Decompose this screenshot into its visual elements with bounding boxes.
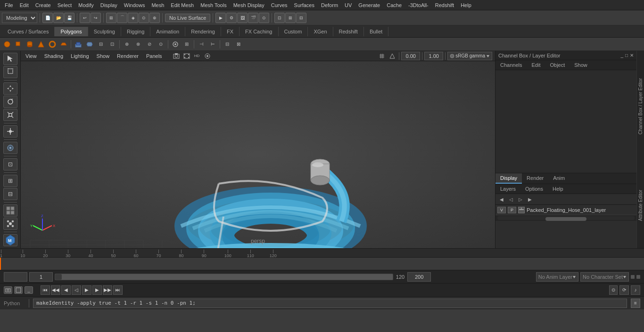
resolution-icon[interactable]: HD [192, 51, 202, 61]
symmetry-button[interactable]: ⊢ [207, 39, 218, 49]
layer-next-button[interactable]: ▷ [516, 195, 525, 203]
fill-hole-button[interactable]: ⊡ [107, 39, 117, 49]
menu-display[interactable]: Display [98, 1, 120, 9]
tab-animation[interactable]: Animation [150, 27, 185, 36]
merge-button[interactable]: ⊕ [122, 39, 132, 49]
wc-frame-button[interactable] [14, 286, 23, 294]
next-key-button[interactable]: ▶ [92, 285, 102, 295]
tab-rendering[interactable]: Rendering [185, 27, 221, 36]
layer-playback-button[interactable]: P [508, 207, 516, 213]
menu-mesh-display[interactable]: Mesh Display [231, 1, 267, 9]
scale-input[interactable]: 1.00 [424, 52, 443, 60]
layer-prev2-button[interactable]: ◁ [507, 195, 515, 203]
bridge-button[interactable]: ⊟ [96, 39, 106, 49]
tab-xgen[interactable]: XGen [308, 27, 333, 36]
sphere-tool-button[interactable] [2, 39, 12, 49]
layer-visible-button[interactable]: V [497, 207, 506, 213]
show-hud-button[interactable]: ⊟ [3, 188, 17, 200]
select-tool-button[interactable] [3, 53, 17, 65]
frame-slider-thumb[interactable] [55, 274, 62, 280]
char-options-button[interactable] [636, 275, 640, 279]
open-file-button[interactable]: 📂 [53, 13, 64, 23]
smooth-button[interactable] [170, 39, 181, 49]
tab-layers[interactable]: Layers [495, 184, 520, 194]
tab-sculpting[interactable]: Sculpting [88, 27, 121, 36]
panel-minimize-button[interactable]: _ [620, 53, 623, 58]
layer-scroll-thumb[interactable] [545, 217, 586, 221]
universal-manip-button[interactable] [3, 125, 17, 138]
anim-options-button[interactable] [631, 275, 635, 279]
viewport-menu-renderer[interactable]: Renderer [115, 52, 140, 60]
rotation-input[interactable]: 0.00 [401, 52, 420, 60]
viewport-menu-shading[interactable]: Shading [42, 52, 65, 60]
uv-layout-button[interactable]: ⊠ [233, 39, 244, 49]
play-back-button[interactable]: ◁ [72, 285, 81, 295]
snap-live-button[interactable]: ⊕ [149, 13, 160, 23]
tab-edit[interactable]: Edit [527, 60, 545, 70]
layout-3-button[interactable]: ⊟ [296, 13, 306, 23]
layout-2-button[interactable]: ⊞ [285, 13, 296, 23]
layout-1-button[interactable]: ⊡ [274, 13, 285, 23]
menu-help[interactable]: Help [458, 1, 474, 9]
wc-minimize-button[interactable]: _ [25, 286, 33, 294]
go-to-end-button[interactable]: ⏭ [113, 285, 123, 295]
cone-tool-button[interactable] [36, 39, 46, 49]
viewport-menu-show[interactable]: Show [95, 52, 112, 60]
tab-show[interactable]: Show [570, 60, 592, 70]
color-space-button[interactable]: sRGB gamma [447, 52, 492, 60]
snap-to-view-button[interactable]: ⊙ [139, 13, 149, 23]
prev-frame-button[interactable]: ◀◀ [51, 285, 60, 295]
tab-rigging[interactable]: Rigging [121, 27, 150, 36]
layer-scrollbar[interactable] [495, 215, 636, 221]
current-frame-field[interactable]: 1 [29, 272, 53, 282]
menu-3dto[interactable]: -3DtoAll- [405, 1, 431, 9]
panel-close-button[interactable]: ✕ [630, 53, 634, 58]
tab-object[interactable]: Object [545, 60, 570, 70]
tab-curves-surfaces[interactable]: Curves / Surfaces [2, 27, 55, 36]
tab-fx[interactable]: FX [221, 27, 239, 36]
tab-help[interactable]: Help [548, 184, 568, 194]
layer-type-icon[interactable] [518, 207, 525, 213]
interactive-render-button[interactable]: ⊙ [259, 13, 269, 23]
ipr-render-button[interactable]: 🎬 [248, 13, 258, 23]
rotate-tool-button[interactable] [3, 96, 17, 108]
next-frame-button[interactable]: ▶▶ [103, 285, 112, 295]
timeline-track[interactable] [0, 258, 644, 270]
menu-edit-mesh[interactable]: Edit Mesh [168, 1, 197, 9]
range-start-field[interactable] [4, 272, 27, 282]
max-frame-field[interactable]: 200 [407, 272, 431, 282]
maya-logo-button[interactable]: M [3, 234, 17, 246]
film-icon[interactable] [182, 51, 191, 61]
viewport-grid-icon[interactable] [377, 51, 387, 61]
menu-modify[interactable]: Modify [75, 1, 96, 9]
scale-tool-button[interactable] [3, 109, 17, 121]
snap-to-curve-button[interactable]: ⌒ [117, 13, 127, 23]
remesh-button[interactable]: ⊞ [182, 39, 192, 49]
tab-anim[interactable]: Anim [548, 173, 570, 184]
plane-tool-button[interactable] [58, 39, 69, 49]
menu-generate[interactable]: Generate [355, 1, 383, 9]
tab-fx-caching[interactable]: FX Caching [239, 27, 278, 36]
poly-count-button[interactable] [3, 204, 17, 217]
redo-button[interactable]: ↪ [91, 13, 101, 23]
workspace-dropdown[interactable]: Modeling [2, 13, 37, 23]
tab-display[interactable]: Display [495, 173, 522, 184]
cube-tool-button[interactable] [13, 39, 24, 49]
playback-speed-button[interactable]: ⊙ [609, 285, 618, 295]
anim-layer-dropdown[interactable]: No Anim Layer [536, 272, 578, 282]
tab-bullet[interactable]: Bullet [364, 27, 389, 36]
undo-button[interactable]: ↩ [80, 13, 90, 23]
soft-select-button[interactable] [3, 142, 17, 154]
loop-button[interactable]: ⟳ [619, 285, 629, 295]
render-current-button[interactable]: ▶ [215, 13, 226, 23]
tab-options[interactable]: Options [520, 184, 548, 194]
layer-prev-button[interactable]: ◀ [497, 195, 506, 203]
menu-edit[interactable]: Edit [17, 1, 32, 9]
menu-curves[interactable]: Curves [268, 1, 290, 9]
lasso-select-button[interactable] [3, 66, 17, 78]
menu-create[interactable]: Create [33, 1, 54, 9]
attribute-editor-strip[interactable]: Attribute Editor [637, 186, 644, 225]
viewport-menu-panels[interactable]: Panels [144, 52, 164, 60]
menu-redshift[interactable]: Redshift [432, 1, 457, 9]
new-file-button[interactable]: 📄 [42, 13, 53, 23]
